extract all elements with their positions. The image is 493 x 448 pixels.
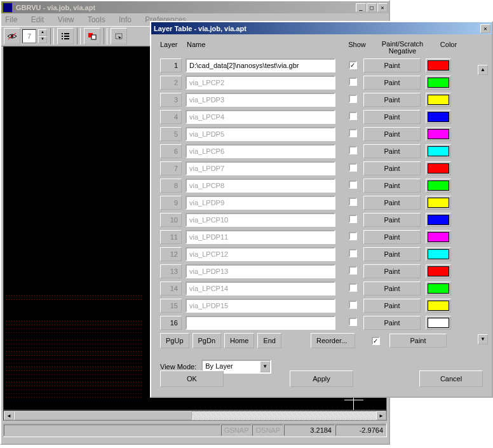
dialog-titlebar[interactable]: Layer Table - via.job, via.apt ✕: [151, 22, 492, 34]
layer-number-button[interactable]: 16: [160, 316, 182, 330]
layer-number-button[interactable]: 13: [160, 264, 182, 278]
home-button[interactable]: Home: [224, 333, 254, 348]
layer-number-button[interactable]: 14: [160, 282, 182, 295]
layer-name-input[interactable]: via_LPCP14: [186, 282, 335, 295]
layer-number-button[interactable]: 12: [160, 247, 182, 261]
main-titlebar[interactable]: GBRVU - via.job, via.apt _ □ ✕: [1, 1, 389, 13]
layer-number-button[interactable]: 7: [160, 161, 182, 175]
layer-name-input[interactable]: via_LPDP11: [186, 230, 335, 244]
color-button[interactable]: [426, 110, 451, 124]
menu-file[interactable]: File: [5, 15, 17, 24]
scroll-left-icon[interactable]: ◄: [4, 411, 14, 420]
show-checkbox[interactable]: [349, 198, 357, 206]
show-checkbox[interactable]: [349, 180, 357, 189]
color-button[interactable]: [426, 299, 451, 313]
layer-number-button[interactable]: 8: [160, 179, 182, 193]
layer-name-input[interactable]: D:\cad_data[2]\nanosys\test\via.gbr: [186, 58, 335, 72]
status-osnap[interactable]: OSNAP: [252, 424, 283, 436]
menu-tools[interactable]: Tools: [88, 15, 105, 24]
show-checkbox[interactable]: [349, 95, 357, 103]
layer-name-input[interactable]: via_LPCP12: [186, 247, 335, 261]
minimize-button[interactable]: _: [356, 3, 366, 12]
reorder-button[interactable]: Reorder...: [311, 333, 355, 348]
tool-eye-icon[interactable]: [4, 28, 20, 44]
layer-name-input[interactable]: via_LPCP8: [186, 179, 335, 193]
paint-button[interactable]: Paint: [363, 282, 421, 295]
menu-edit[interactable]: Edit: [31, 15, 44, 24]
paint-button[interactable]: Paint: [363, 161, 421, 175]
color-button[interactable]: [426, 76, 451, 90]
layer-name-input[interactable]: via_LPDP13: [186, 264, 335, 278]
ok-button[interactable]: OK: [160, 370, 224, 387]
show-checkbox[interactable]: [349, 249, 357, 257]
status-gsnap[interactable]: GSNAP: [221, 424, 252, 436]
tool-overlap-icon[interactable]: [84, 28, 100, 44]
layer-name-input[interactable]: via_LPCP4: [186, 110, 335, 124]
paint-button[interactable]: Paint: [363, 144, 421, 158]
layer-number-button[interactable]: 3: [160, 93, 182, 107]
layer-number-button[interactable]: 1: [160, 58, 182, 72]
paint-button[interactable]: Paint: [363, 58, 421, 72]
paint-button[interactable]: Paint: [363, 213, 421, 227]
dialog-v-scrollbar[interactable]: ▲ ▼: [478, 65, 488, 344]
layer-name-input[interactable]: via_LPDP3: [186, 93, 335, 107]
tool-list-icon[interactable]: [57, 28, 74, 44]
color-button[interactable]: [426, 316, 451, 330]
show-checkbox[interactable]: [349, 283, 357, 292]
pgdn-button[interactable]: PgDn: [192, 333, 222, 348]
paint-button[interactable]: Paint: [363, 196, 421, 210]
layer-number-button[interactable]: 15: [160, 299, 182, 313]
apply-button[interactable]: Apply: [290, 370, 353, 387]
color-button[interactable]: [426, 230, 451, 244]
layer-name-input[interactable]: via_LPCP2: [186, 76, 335, 90]
paint-button[interactable]: Paint: [363, 179, 421, 193]
layer-number-button[interactable]: 11: [160, 230, 182, 244]
layer-number-button[interactable]: 6: [160, 144, 182, 158]
show-checkbox[interactable]: [349, 129, 357, 137]
layer-number-button[interactable]: 2: [160, 76, 182, 90]
scroll-right-icon[interactable]: ►: [376, 411, 386, 420]
paint-button[interactable]: Paint: [363, 230, 421, 244]
color-button[interactable]: [426, 161, 451, 175]
paint-button[interactable]: Paint: [363, 93, 421, 107]
color-button[interactable]: [426, 58, 451, 72]
layer-number-button[interactable]: 10: [160, 213, 182, 227]
end-button[interactable]: End: [257, 333, 281, 348]
show-checkbox[interactable]: [349, 232, 357, 240]
layer-name-input[interactable]: via_LPDP5: [186, 127, 335, 141]
show-checkbox[interactable]: [349, 215, 357, 223]
color-button[interactable]: [426, 213, 451, 227]
color-button[interactable]: [426, 247, 451, 261]
menu-info[interactable]: Info: [119, 15, 132, 24]
scroll-down-icon[interactable]: ▼: [478, 334, 488, 344]
layer-number-button[interactable]: 9: [160, 196, 182, 210]
scroll-thumb[interactable]: [14, 411, 192, 420]
paint-button[interactable]: Paint: [363, 247, 421, 261]
menu-view[interactable]: View: [58, 15, 74, 24]
color-button[interactable]: [426, 179, 451, 193]
layer-name-input[interactable]: via_LPDP15: [186, 299, 335, 313]
color-button[interactable]: [426, 264, 451, 278]
layer-spin-value[interactable]: 7: [22, 29, 36, 43]
show-all-checkbox[interactable]: [372, 337, 380, 345]
close-button[interactable]: ✕: [377, 3, 388, 12]
layer-number-button[interactable]: 5: [160, 127, 182, 141]
paint-button[interactable]: Paint: [363, 264, 421, 278]
show-checkbox[interactable]: [349, 146, 357, 154]
paint-button[interactable]: Paint: [363, 76, 421, 90]
paint-all-button[interactable]: Paint: [389, 334, 447, 348]
scroll-up-icon[interactable]: ▲: [478, 65, 488, 75]
layer-name-input[interactable]: via_LPCP10: [186, 213, 335, 227]
cancel-button[interactable]: Cancel: [419, 370, 483, 387]
show-checkbox[interactable]: [349, 318, 357, 326]
paint-button[interactable]: Paint: [363, 299, 421, 313]
layer-spin-arrows[interactable]: ▲▼: [38, 29, 47, 43]
layer-name-input[interactable]: via_LPCP6: [186, 144, 335, 158]
show-checkbox[interactable]: [349, 163, 357, 172]
paint-button[interactable]: Paint: [363, 316, 421, 330]
color-button[interactable]: [426, 93, 451, 107]
tool-select-icon[interactable]: [111, 28, 127, 44]
show-checkbox[interactable]: [349, 266, 357, 275]
color-button[interactable]: [426, 127, 451, 141]
paint-button[interactable]: Paint: [363, 110, 421, 124]
